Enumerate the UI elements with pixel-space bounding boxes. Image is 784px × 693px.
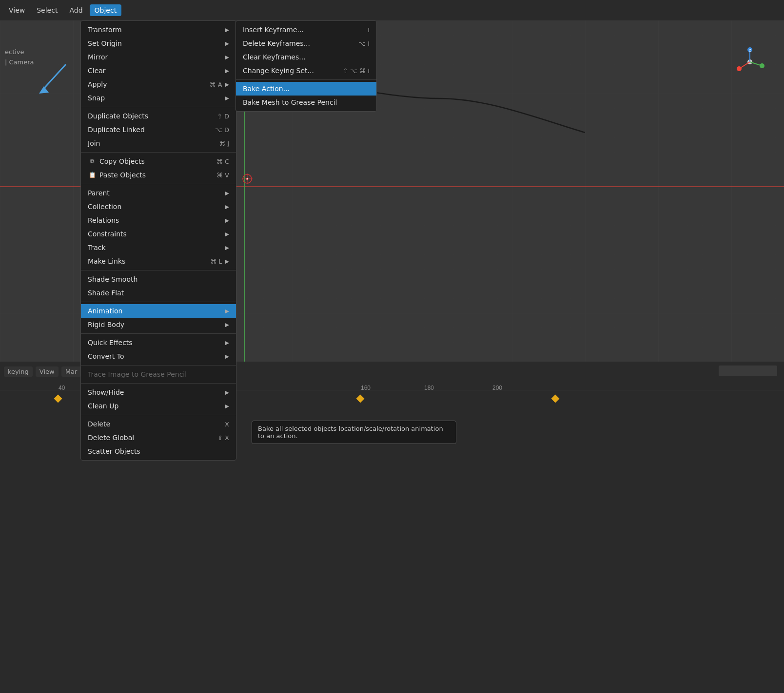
anim-separator <box>236 79 376 80</box>
separator-4 <box>81 270 236 270</box>
svg-rect-21 <box>54 395 62 403</box>
submenu-arrow-relations: ▶ <box>225 217 229 224</box>
menu-item-delete-global[interactable]: Delete Global ⇧ X <box>81 431 236 444</box>
timeline-marker-label[interactable]: Mar <box>61 366 81 377</box>
separator-1 <box>81 107 236 107</box>
submenu-arrow-constraints: ▶ <box>225 231 229 237</box>
submenu-arrow-transform: ▶ <box>225 27 229 33</box>
submenu-arrow-apply: ▶ <box>225 81 229 88</box>
submenu-arrow-mirror: ▶ <box>225 54 229 60</box>
svg-marker-7 <box>39 86 49 94</box>
svg-text:180: 180 <box>424 385 434 391</box>
svg-point-5 <box>246 178 248 180</box>
svg-rect-23 <box>551 395 560 403</box>
submenu-arrow-rigid-body: ▶ <box>225 322 229 328</box>
menu-item-make-links[interactable]: Make Links ⌘ L ▶ <box>81 254 236 268</box>
svg-point-15 <box>737 66 742 71</box>
separator-5 <box>81 302 236 302</box>
3d-cursor <box>242 173 253 184</box>
submenu-bake-action[interactable]: Bake Action... <box>236 82 376 96</box>
menu-item-duplicate-objects[interactable]: Duplicate Objects ⇧ D <box>81 109 236 123</box>
blue-arrow-indicator <box>34 59 73 98</box>
separator-9 <box>81 415 236 415</box>
menu-view[interactable]: View <box>4 4 30 16</box>
copy-icon: ⧉ <box>88 157 97 166</box>
submenu-arrow-collection: ▶ <box>225 204 229 210</box>
svg-text:40: 40 <box>59 385 65 391</box>
menu-item-rigid-body[interactable]: Rigid Body ▶ <box>81 318 236 331</box>
submenu-arrow-show-hide: ▶ <box>225 389 229 396</box>
menu-item-quick-effects[interactable]: Quick Effects ▶ <box>81 336 236 349</box>
axis-indicator: Z <box>735 47 764 77</box>
separator-2 <box>81 152 236 153</box>
submenu-bake-mesh[interactable]: Bake Mesh to Grease Pencil <box>236 96 376 109</box>
svg-text:200: 200 <box>492 385 502 391</box>
menu-item-track[interactable]: Track ▶ <box>81 241 236 254</box>
menu-item-shade-flat[interactable]: Shade Flat <box>81 286 236 300</box>
menu-select[interactable]: Select <box>32 4 62 16</box>
menu-add[interactable]: Add <box>64 4 87 16</box>
svg-rect-22 <box>356 395 365 403</box>
timeline-view-label[interactable]: View <box>36 366 59 377</box>
menu-item-parent[interactable]: Parent ▶ <box>81 186 236 200</box>
submenu-arrow-track: ▶ <box>225 245 229 251</box>
submenu-arrow-animation: ▶ <box>225 308 229 314</box>
menu-item-relations[interactable]: Relations ▶ <box>81 213 236 227</box>
menu-item-join[interactable]: Join ⌘ J <box>81 136 236 150</box>
menu-item-collection[interactable]: Collection ▶ <box>81 200 236 213</box>
top-menubar: View Select Add Object <box>0 0 784 20</box>
menu-item-shade-smooth[interactable]: Shade Smooth <box>81 272 236 286</box>
menu-object[interactable]: Object <box>90 4 122 16</box>
separator-7 <box>81 365 236 366</box>
menu-item-apply[interactable]: Apply ⌘ A ▶ <box>81 77 236 91</box>
menu-item-scatter-objects[interactable]: Scatter Objects <box>81 444 236 458</box>
submenu-arrow-snap: ▶ <box>225 95 229 101</box>
submenu-delete-keyframes[interactable]: Delete Keyframes... ⌥ I <box>236 37 376 50</box>
separator-8 <box>81 383 236 384</box>
object-menu-dropdown: Transform ▶ Set Origin ▶ Mirror ▶ Clear … <box>80 20 236 461</box>
svg-text:Z: Z <box>749 49 751 52</box>
separator-6 <box>81 333 236 334</box>
separator-3 <box>81 184 236 184</box>
menu-item-delete[interactable]: Delete X <box>81 417 236 431</box>
submenu-arrow-convert-to: ▶ <box>225 353 229 360</box>
svg-text:160: 160 <box>361 385 371 391</box>
menu-item-mirror[interactable]: Mirror ▶ <box>81 50 236 64</box>
timeline-keying-label[interactable]: keying <box>4 366 33 377</box>
menu-item-show-hide[interactable]: Show/Hide ▶ <box>81 385 236 399</box>
submenu-arrow-parent: ▶ <box>225 190 229 196</box>
submenu-arrow-clean-up: ▶ <box>225 403 229 409</box>
menu-item-convert-to[interactable]: Convert To ▶ <box>81 349 236 363</box>
submenu-arrow-quick-effects: ▶ <box>225 340 229 346</box>
paste-icon: 📋 <box>88 171 97 179</box>
viewport-info: ective | Camera <box>5 47 34 68</box>
menu-item-set-origin[interactable]: Set Origin ▶ <box>81 37 236 50</box>
menu-item-clean-up[interactable]: Clean Up ▶ <box>81 399 236 413</box>
animation-submenu: Insert Keyframe... I Delete Keyframes...… <box>235 20 377 112</box>
submenu-arrow-make-links: ▶ <box>225 258 229 265</box>
menu-item-constraints[interactable]: Constraints ▶ <box>81 227 236 241</box>
menu-item-trace-image: Trace Image to Grease Pencil <box>81 367 236 381</box>
tooltip-bake-action: Bake all selected objects location/scale… <box>252 421 456 444</box>
submenu-clear-keyframes[interactable]: Clear Keyframes... <box>236 50 376 64</box>
menu-item-clear[interactable]: Clear ▶ <box>81 64 236 77</box>
menu-item-transform[interactable]: Transform ▶ <box>81 23 236 37</box>
menu-item-copy-objects[interactable]: ⧉ Copy Objects ⌘ C <box>81 154 236 168</box>
submenu-insert-keyframe[interactable]: Insert Keyframe... I <box>236 23 376 37</box>
submenu-change-keying-set[interactable]: Change Keying Set... ⇧ ⌥ ⌘ I <box>236 64 376 77</box>
submenu-arrow-clear: ▶ <box>225 68 229 74</box>
svg-point-13 <box>760 63 764 68</box>
menu-item-snap[interactable]: Snap ▶ <box>81 91 236 105</box>
svg-line-6 <box>41 64 66 91</box>
menu-item-animation[interactable]: Animation ▶ <box>81 304 236 318</box>
submenu-arrow-origin: ▶ <box>225 40 229 47</box>
menu-item-duplicate-linked[interactable]: Duplicate Linked ⌥ D <box>81 123 236 136</box>
menu-item-paste-objects[interactable]: 📋 Paste Objects ⌘ V <box>81 168 236 182</box>
